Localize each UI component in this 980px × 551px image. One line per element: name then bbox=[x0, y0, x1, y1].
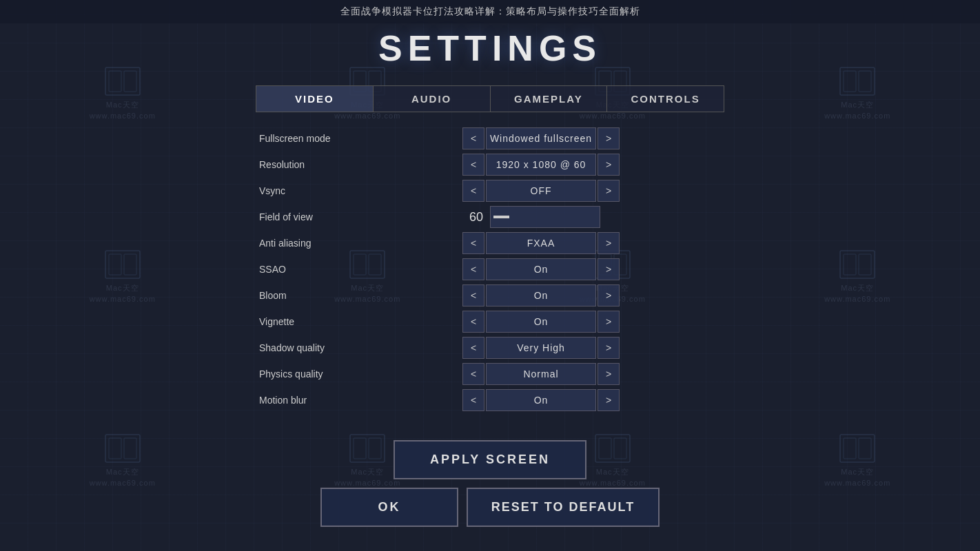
label-bloom: Bloom bbox=[256, 290, 462, 301]
settings-container: SETTINGS VIDEO AUDIO GAMEPLAY CONTROLS F… bbox=[256, 28, 724, 527]
tab-controls[interactable]: CONTROLS bbox=[607, 86, 724, 112]
setting-fullscreen-mode: Fullscreen mode < Windowed fullscreen > bbox=[256, 126, 724, 151]
tab-gameplay[interactable]: GAMEPLAY bbox=[491, 86, 608, 112]
fov-slider-fill bbox=[493, 216, 509, 218]
prev-vignette[interactable]: < bbox=[462, 311, 484, 333]
setting-motion-blur: Motion blur < On > bbox=[256, 388, 724, 413]
control-resolution: < 1920 x 1080 @ 60 > bbox=[462, 154, 620, 176]
next-motion-blur[interactable]: > bbox=[598, 389, 620, 411]
control-vsync: < OFF > bbox=[462, 180, 620, 202]
value-bloom: On bbox=[486, 284, 596, 306]
control-fullscreen-mode: < Windowed fullscreen > bbox=[462, 127, 620, 149]
setting-vsync: Vsync < OFF > bbox=[256, 178, 724, 203]
svg-rect-24 bbox=[105, 435, 140, 462]
label-field-of-view: Field of view bbox=[256, 211, 462, 222]
next-ssao[interactable]: > bbox=[598, 258, 620, 280]
top-banner: 全面战争模拟器卡位打法攻略详解：策略布局与操作技巧全面解析 bbox=[0, 0, 980, 23]
prev-shadow-quality[interactable]: < bbox=[462, 337, 484, 359]
value-vignette: On bbox=[486, 311, 596, 333]
prev-vsync[interactable]: < bbox=[462, 180, 484, 202]
bottom-buttons: OK RESET TO DEFAULT bbox=[320, 488, 660, 527]
tabs-row: VIDEO AUDIO GAMEPLAY CONTROLS bbox=[256, 85, 724, 112]
svg-rect-2 bbox=[124, 71, 136, 92]
fov-slider-track[interactable] bbox=[490, 206, 600, 228]
prev-bloom[interactable]: < bbox=[462, 284, 484, 306]
control-vignette: < On > bbox=[462, 311, 620, 333]
settings-list: Fullscreen mode < Windowed fullscreen > … bbox=[256, 126, 724, 413]
next-physics-quality[interactable]: > bbox=[598, 363, 620, 385]
next-vignette[interactable]: > bbox=[598, 311, 620, 333]
svg-rect-1 bbox=[109, 71, 121, 92]
tab-audio[interactable]: AUDIO bbox=[374, 86, 491, 112]
value-ssao: On bbox=[486, 258, 596, 280]
setting-field-of-view: Field of view 60 bbox=[256, 205, 724, 229]
label-vignette: Vignette bbox=[256, 316, 462, 327]
label-resolution: Resolution bbox=[256, 159, 462, 170]
setting-shadow-quality: Shadow quality < Very High > bbox=[256, 335, 724, 360]
next-shadow-quality[interactable]: > bbox=[598, 337, 620, 359]
next-bloom[interactable]: > bbox=[598, 284, 620, 306]
next-anti-aliasing[interactable]: > bbox=[598, 232, 620, 254]
value-shadow-quality: Very High bbox=[486, 337, 596, 359]
tab-video[interactable]: VIDEO bbox=[256, 86, 374, 112]
value-field-of-view: 60 bbox=[462, 210, 490, 225]
setting-vignette: Vignette < On > bbox=[256, 309, 724, 334]
svg-rect-33 bbox=[840, 435, 875, 462]
svg-rect-21 bbox=[840, 251, 875, 278]
control-bloom: < On > bbox=[462, 284, 620, 306]
page-title: SETTINGS bbox=[256, 28, 724, 69]
reset-button[interactable]: RESET TO DEFAULT bbox=[467, 488, 660, 527]
svg-rect-26 bbox=[124, 438, 136, 459]
control-shadow-quality: < Very High > bbox=[462, 337, 620, 359]
setting-ssao: SSAO < On > bbox=[256, 257, 724, 282]
svg-rect-35 bbox=[859, 438, 871, 459]
prev-ssao[interactable]: < bbox=[462, 258, 484, 280]
setting-bloom: Bloom < On > bbox=[256, 283, 724, 308]
svg-rect-25 bbox=[109, 438, 121, 459]
svg-rect-12 bbox=[105, 251, 140, 278]
svg-rect-13 bbox=[109, 254, 121, 275]
svg-rect-22 bbox=[844, 254, 856, 275]
value-vsync: OFF bbox=[486, 180, 596, 202]
prev-motion-blur[interactable]: < bbox=[462, 389, 484, 411]
ok-button[interactable]: OK bbox=[320, 488, 458, 527]
prev-resolution[interactable]: < bbox=[462, 154, 484, 176]
control-motion-blur: < On > bbox=[462, 389, 620, 411]
label-ssao: SSAO bbox=[256, 264, 462, 275]
label-physics-quality: Physics quality bbox=[256, 368, 462, 380]
label-motion-blur: Motion blur bbox=[256, 395, 462, 406]
svg-rect-10 bbox=[844, 71, 856, 92]
label-anti-aliasing: Anti aliasing bbox=[256, 238, 462, 249]
setting-resolution: Resolution < 1920 x 1080 @ 60 > bbox=[256, 152, 724, 177]
label-shadow-quality: Shadow quality bbox=[256, 342, 462, 353]
svg-rect-23 bbox=[859, 254, 871, 275]
control-ssao: < On > bbox=[462, 258, 620, 280]
value-physics-quality: Normal bbox=[486, 363, 596, 385]
prev-fullscreen-mode[interactable]: < bbox=[462, 127, 484, 149]
next-fullscreen-mode[interactable]: > bbox=[598, 127, 620, 149]
apply-screen-button[interactable]: APPLY SCREEN bbox=[394, 440, 586, 479]
svg-rect-34 bbox=[844, 438, 856, 459]
value-motion-blur: On bbox=[486, 389, 596, 411]
value-anti-aliasing: FXAA bbox=[486, 232, 596, 254]
svg-rect-14 bbox=[124, 254, 136, 275]
setting-anti-aliasing: Anti aliasing < FXAA > bbox=[256, 231, 724, 256]
setting-physics-quality: Physics quality < Normal > bbox=[256, 362, 724, 386]
control-physics-quality: < Normal > bbox=[462, 363, 620, 385]
svg-rect-11 bbox=[859, 71, 871, 92]
value-fullscreen-mode: Windowed fullscreen bbox=[486, 127, 596, 149]
banner-text: 全面战争模拟器卡位打法攻略详解：策略布局与操作技巧全面解析 bbox=[340, 6, 640, 17]
svg-rect-0 bbox=[105, 67, 140, 95]
prev-anti-aliasing[interactable]: < bbox=[462, 232, 484, 254]
next-vsync[interactable]: > bbox=[598, 180, 620, 202]
label-fullscreen-mode: Fullscreen mode bbox=[256, 133, 462, 144]
value-resolution: 1920 x 1080 @ 60 bbox=[486, 154, 596, 176]
next-resolution[interactable]: > bbox=[598, 154, 620, 176]
buttons-area: APPLY SCREEN OK RESET TO DEFAULT bbox=[256, 440, 724, 527]
svg-rect-9 bbox=[840, 67, 875, 95]
control-anti-aliasing: < FXAA > bbox=[462, 232, 620, 254]
prev-physics-quality[interactable]: < bbox=[462, 363, 484, 385]
label-vsync: Vsync bbox=[256, 185, 462, 196]
